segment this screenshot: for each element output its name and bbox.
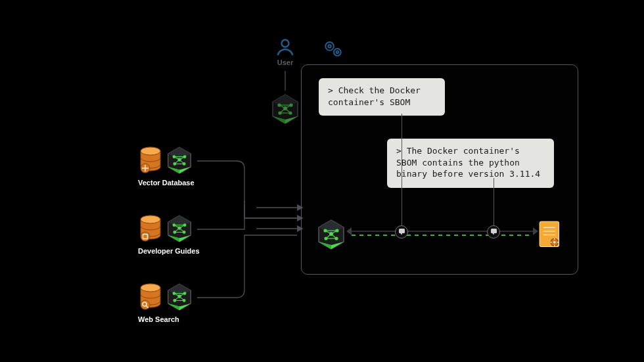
detail-panel: > Check the Docker container's SBOM > Th… [301, 64, 578, 275]
ai-cube-icon [271, 93, 299, 121]
svg-point-32 [328, 45, 331, 47]
ai-cube-icon [167, 283, 192, 311]
message-icon [490, 226, 497, 238]
ai-cube-icon [167, 214, 192, 243]
svg-point-30 [282, 40, 289, 47]
timeline-track [352, 231, 533, 232]
source-developer-guides: Developer Guides [138, 214, 237, 255]
document-gear-icon [538, 220, 562, 249]
user-icon [269, 37, 301, 57]
database-icon [138, 283, 163, 311]
database-icon [138, 146, 163, 175]
svg-point-33 [334, 49, 341, 56]
timeline-node [487, 225, 500, 238]
svg-point-45 [141, 232, 150, 241]
arrow-left-icon [346, 227, 352, 235]
message-icon [398, 226, 405, 238]
ai-cube-icon [167, 146, 192, 175]
source-label: Developer Guides [138, 247, 237, 255]
timeline-node [395, 225, 408, 238]
source-web-search: Web Search [138, 283, 237, 323]
user-label: User [269, 58, 301, 66]
gears-icon [321, 37, 348, 63]
svg-point-31 [325, 42, 334, 51]
speech-bubble-2: > The Docker container's SBOM contains t… [387, 139, 554, 188]
connector-line [402, 114, 402, 225]
user-block: User [269, 37, 301, 66]
speech-bubble-1: > Check the Docker container's SBOM [319, 78, 445, 116]
source-label: Vector Database [138, 179, 237, 187]
timeline [317, 219, 562, 252]
svg-point-47 [141, 300, 150, 309]
ai-cube-icon [317, 219, 345, 246]
connector-line [494, 178, 494, 225]
arrow-right-icon [533, 227, 538, 235]
source-label: Web Search [138, 315, 237, 323]
source-vector-database: Vector Database [138, 146, 237, 187]
timeline-glow [352, 235, 533, 236]
svg-point-34 [336, 51, 339, 54]
database-icon [138, 214, 163, 243]
